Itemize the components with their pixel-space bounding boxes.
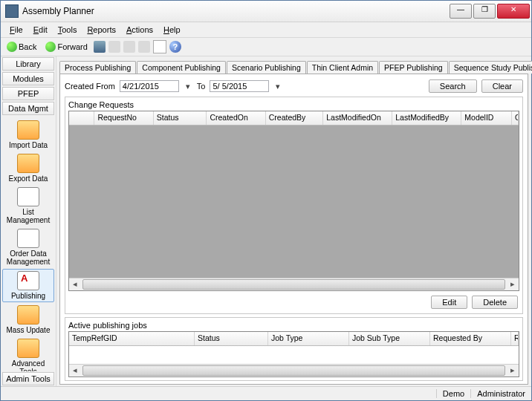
launcher-list-management[interactable]: List Management <box>3 186 53 226</box>
sidebar-library[interactable]: Library <box>2 57 54 71</box>
jobs-grid-header: TempRefGID Status Job Type Job Sub Type … <box>69 332 519 346</box>
menu-edit[interactable]: Edit <box>29 24 52 36</box>
tab-thin-client-admin[interactable]: Thin Client Admin <box>307 61 378 74</box>
sidebar-data-mgmt[interactable]: Data Mgmt <box>2 102 54 115</box>
col-requestno[interactable]: RequestNo <box>94 111 153 125</box>
maximize-button[interactable]: ❐ <box>473 4 496 19</box>
app-icon <box>5 4 19 18</box>
col-job-status[interactable]: Status <box>195 332 268 345</box>
col-status[interactable]: Status <box>154 111 207 125</box>
tab-process-publishing[interactable]: Process Publishing <box>59 61 136 74</box>
delete-button[interactable]: Delete <box>472 296 518 309</box>
col-job-sub-type[interactable]: Job Sub Type <box>349 332 430 345</box>
col-lastmodifiedon[interactable]: LastModifiedOn <box>323 111 392 125</box>
cr-actions: Edit Delete <box>68 291 519 310</box>
edit-button[interactable]: Edit <box>431 296 467 309</box>
col-requested-by[interactable]: Requested By <box>430 332 511 345</box>
change-requests-label: Change Requests <box>68 100 519 109</box>
col-modelid[interactable]: ModelID <box>461 111 512 125</box>
col-temprefgid[interactable]: TempRefGID <box>69 332 195 345</box>
minimize-button[interactable]: — <box>450 4 472 19</box>
search-button[interactable]: Search <box>429 79 477 93</box>
tabstrip: Process Publishing Component Publishing … <box>59 59 528 74</box>
col-createdby[interactable]: CreatedBy <box>266 111 323 125</box>
tools-icon <box>17 339 39 358</box>
jobs-hscrollbar[interactable]: ◂ ▸ <box>69 364 519 376</box>
app-window: Assembly Planner — ❐ ✕ File Edit Tools R… <box>0 0 532 401</box>
tab-sequence-study-publishing[interactable]: Sequence Study Publishing <box>449 61 532 74</box>
table-icon <box>17 229 39 248</box>
label-to: To <box>197 82 206 91</box>
date-to-dropdown-icon[interactable]: ▾ <box>273 82 282 91</box>
main: Process Publishing Component Publishing … <box>56 56 531 386</box>
jobs-grid-body-empty <box>69 346 519 364</box>
forward-button[interactable]: Forward <box>42 41 90 53</box>
grid-header: RequestNo Status CreatedOn CreatedBy Las… <box>69 111 519 125</box>
tab-component-publishing[interactable]: Component Publishing <box>137 61 226 74</box>
sidebar-modules[interactable]: Modules <box>2 72 54 85</box>
scroll-right-icon[interactable]: ▸ <box>507 279 519 290</box>
tab-scenario-publishing[interactable]: Scenario Publishing <box>227 61 306 74</box>
menu-file[interactable]: File <box>5 24 27 36</box>
titlebar[interactable]: Assembly Planner — ❐ ✕ <box>1 1 531 22</box>
launcher-publishing[interactable]: Publishing <box>2 269 54 302</box>
sidebar-launchers: Import Data Export Data List Management … <box>1 116 56 371</box>
tab-panel: Created From 4/21/2015 ▾ To 5/ 5/2015 ▾ … <box>59 74 528 385</box>
back-icon <box>7 42 17 52</box>
database-icon <box>17 305 39 325</box>
publishing-icon <box>17 271 39 290</box>
scroll-left-icon[interactable]: ◂ <box>69 365 81 376</box>
help-icon[interactable]: ? <box>169 41 181 53</box>
sidebar-admin-tools[interactable]: Admin Tools <box>2 372 54 385</box>
tab-pfep-publishing[interactable]: PFEP Publishing <box>379 61 448 74</box>
active-jobs-group: Active publishing jobs TempRefGID Status… <box>65 317 523 381</box>
toolbar: Back Forward ? <box>1 38 531 56</box>
scroll-right-icon[interactable]: ▸ <box>507 365 519 376</box>
menu-actions[interactable]: Actions <box>122 24 158 36</box>
sidebar-pfep[interactable]: PFEP <box>2 87 54 100</box>
active-jobs-label: Active publishing jobs <box>68 321 519 330</box>
back-button[interactable]: Back <box>4 41 39 53</box>
scroll-thumb[interactable] <box>82 365 505 376</box>
col-job-type[interactable]: Job Type <box>268 332 349 345</box>
col-lastmodifiedby[interactable]: LastModifiedBy <box>392 111 461 125</box>
page-icon[interactable] <box>153 40 166 53</box>
change-requests-group: Change Requests RequestNo Status Created… <box>65 97 523 314</box>
menubar: File Edit Tools Reports Actions Help <box>1 22 531 38</box>
save-icon[interactable] <box>94 41 106 53</box>
col-routing-id[interactable]: Routing ID <box>511 332 519 345</box>
launcher-order-data-management[interactable]: Order Data Management <box>3 227 53 267</box>
col-createdon[interactable]: CreatedOn <box>207 111 265 125</box>
scroll-left-icon[interactable]: ◂ <box>69 279 81 290</box>
scroll-thumb[interactable] <box>82 279 505 290</box>
launcher-advanced-tools[interactable]: Advanced Tools <box>3 337 53 371</box>
launcher-export-data[interactable]: Export Data <box>3 152 53 184</box>
sidebar: Library Modules PFEP Data Mgmt Import Da… <box>1 56 56 386</box>
date-to-input[interactable]: 5/ 5/2015 <box>210 80 269 92</box>
close-button[interactable]: ✕ <box>497 4 530 19</box>
database-icon <box>17 154 39 173</box>
change-requests-grid[interactable]: RequestNo Status CreatedOn CreatedBy Las… <box>68 111 519 291</box>
jobs-grid[interactable]: TempRefGID Status Job Type Job Sub Type … <box>68 331 519 377</box>
copy-icon <box>123 41 135 53</box>
grid-hscrollbar[interactable]: ◂ ▸ <box>69 278 519 290</box>
filter-row: Created From 4/21/2015 ▾ To 5/ 5/2015 ▾ … <box>65 77 523 95</box>
date-from-dropdown-icon[interactable]: ▾ <box>184 82 192 91</box>
status-user: Demo <box>436 389 464 398</box>
app-title: Assembly Planner <box>22 6 450 16</box>
status-role: Administrator <box>470 389 525 398</box>
menu-help[interactable]: Help <box>159 24 185 36</box>
paste-icon <box>138 41 150 53</box>
menu-tools[interactable]: Tools <box>53 24 82 36</box>
statusbar: Demo Administrator <box>1 386 531 400</box>
body: Library Modules PFEP Data Mgmt Import Da… <box>1 56 531 386</box>
database-icon <box>17 120 39 140</box>
col-rowheader[interactable] <box>69 111 94 125</box>
menu-reports[interactable]: Reports <box>82 24 120 36</box>
launcher-mass-update[interactable]: Mass Update <box>3 304 53 336</box>
date-from-input[interactable]: 4/21/2015 <box>120 80 179 92</box>
launcher-import-data[interactable]: Import Data <box>3 119 53 151</box>
forward-icon <box>45 42 56 52</box>
col-operatorid[interactable]: OperatorID <box>512 111 519 125</box>
clear-button[interactable]: Clear <box>481 79 523 93</box>
